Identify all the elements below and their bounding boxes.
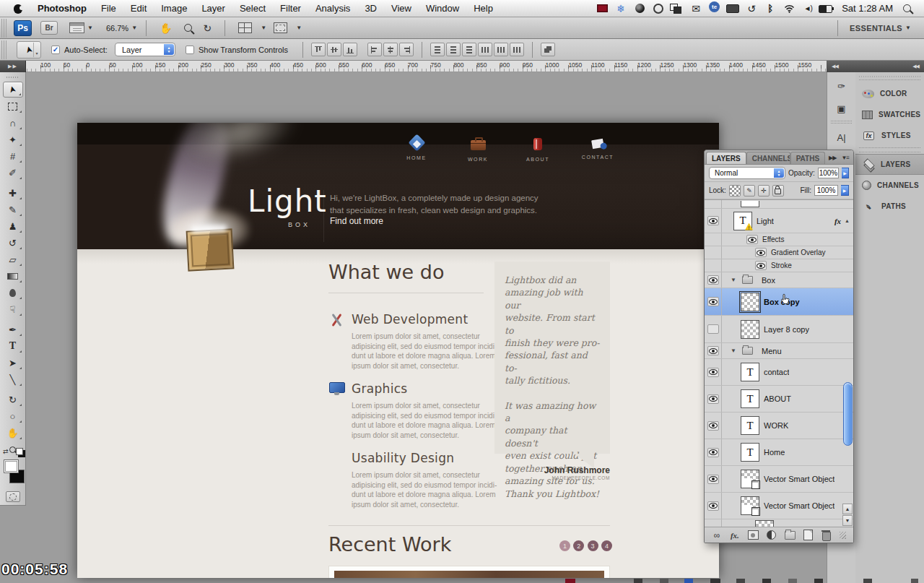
distribute-vertical-centers-button[interactable]	[446, 43, 461, 56]
lock-all-button[interactable]	[772, 185, 784, 197]
arrange-documents-icon[interactable]	[238, 22, 252, 33]
dock-app-icon[interactable]	[736, 579, 745, 583]
3d-orbit-tool[interactable]: ○	[3, 408, 23, 424]
quick-selection-tool[interactable]: ✦	[3, 131, 23, 147]
text-layer-thumbnail[interactable]: T	[741, 389, 759, 408]
distribute-left-edges-button[interactable]	[478, 43, 492, 56]
visibility-toggle[interactable]	[707, 216, 719, 225]
dock-app-icon[interactable]	[660, 579, 668, 583]
show-transform-controls-checkbox[interactable]	[186, 46, 194, 54]
menu-clock[interactable]: Sat 1:28 AM	[842, 3, 893, 14]
dock-app-icon[interactable]	[565, 579, 575, 583]
layer-row-gradient-overlay[interactable]: Gradient Overlay	[705, 246, 853, 259]
zoom-level[interactable]: 66.7%	[106, 24, 128, 33]
auto-select-checkbox[interactable]: ✓	[51, 46, 60, 54]
layer-row-vector-smart-object[interactable]: Vector Smart Object	[705, 493, 853, 519]
move-tool[interactable]: ➤	[3, 82, 23, 98]
smart-object-thumbnail[interactable]	[741, 470, 759, 488]
layer-fx-badge[interactable]: fx	[834, 217, 841, 225]
visibility-toggle[interactable]	[755, 248, 767, 257]
add-layer-mask-icon[interactable]	[748, 530, 759, 540]
collapse-strip-icon[interactable]: ◀◀	[832, 64, 838, 69]
visibility-toggle[interactable]	[707, 475, 719, 484]
type-tool[interactable]: T	[3, 338, 23, 354]
layer-style-icon[interactable]: fx.	[730, 530, 740, 540]
align-horizontal-centers-button[interactable]	[383, 43, 398, 56]
bluetooth-icon[interactable]: ᛒ	[762, 1, 779, 16]
dock-button-channels[interactable]: CHANNELS	[855, 175, 924, 196]
align-vertical-centers-button[interactable]	[327, 43, 341, 56]
disclosure-triangle[interactable]: ▼	[731, 277, 738, 283]
dock-button-styles[interactable]: STYLES	[855, 125, 924, 146]
dock-collapse-bar[interactable]: ◀◀ ◀◀	[827, 61, 924, 72]
layer-thumbnail[interactable]	[741, 293, 759, 311]
layer-row-work[interactable]: TWORK	[705, 413, 853, 439]
current-tool-well[interactable]: ➤ ▾	[17, 41, 41, 59]
visibility-toggle[interactable]	[707, 421, 719, 431]
distribute-bottom-edges-button[interactable]	[462, 43, 476, 56]
distribute-top-edges-button[interactable]	[430, 43, 445, 56]
default-colors-icon[interactable]	[16, 448, 23, 455]
align-left-edges-button[interactable]	[367, 43, 382, 56]
delete-layer-icon[interactable]	[821, 530, 832, 540]
scroll-down-button[interactable]: ▼	[842, 515, 853, 526]
dock-button-layers[interactable]: LAYERS	[855, 154, 924, 175]
dock-app-icon[interactable]	[788, 579, 797, 583]
link-layers-icon[interactable]: ∞	[712, 530, 722, 540]
menu-edit[interactable]: Edit	[123, 3, 154, 14]
battery-icon[interactable]	[818, 1, 835, 16]
hand-tool[interactable]: ✋	[3, 425, 23, 441]
time-machine-icon[interactable]: ↺	[743, 1, 760, 16]
collapse-dock-icon[interactable]: ◀◀	[912, 64, 919, 69]
layer-row-contact[interactable]: Tcontact	[705, 359, 853, 386]
menu-help[interactable]: Help	[466, 3, 500, 14]
layer-row-vector-smart-object[interactable]: Vector Smart Object	[705, 466, 853, 493]
layer-thumbnail[interactable]	[741, 320, 759, 339]
flurry-icon[interactable]: ❄	[612, 1, 629, 16]
clone-stamp-tool[interactable]: ♟	[3, 218, 23, 234]
menu-photoshop[interactable]: Photoshop	[30, 3, 94, 14]
view-extras-dropdown[interactable]: ▼	[87, 25, 93, 31]
text-layer-thumbnail[interactable]: T	[741, 363, 759, 381]
visibility-toggle[interactable]	[707, 394, 719, 404]
smart-object-thumbnail[interactable]	[741, 496, 759, 515]
tab-channels[interactable]: CHANNELS	[746, 152, 790, 164]
menu-filter[interactable]: Filter	[273, 3, 308, 14]
lock-image-pixels-button[interactable]: ✎	[744, 185, 755, 197]
3d-rotate-tool[interactable]: ↻	[3, 392, 23, 407]
layer-row-box[interactable]: ▼Box	[705, 272, 853, 288]
lasso-tool[interactable]: ∩	[3, 115, 23, 131]
rotate-view-icon[interactable]: ↻	[204, 22, 212, 34]
screen-mode-dropdown[interactable]: ▼	[296, 25, 302, 31]
arrange-documents-dropdown[interactable]: ▼	[261, 25, 266, 31]
text-layer-thumbnail[interactable]: T	[741, 416, 759, 435]
menu-window[interactable]: Window	[419, 3, 466, 14]
eraser-tool[interactable]: ▱	[3, 251, 23, 267]
auto-select-target-select[interactable]: Layer ▲▼	[115, 43, 175, 56]
dock-app-icon[interactable]	[634, 579, 642, 583]
zoom-level-dropdown[interactable]: ▼	[131, 25, 137, 31]
history-brush-tool[interactable]: ↺	[3, 235, 23, 251]
spotlight-icon[interactable]	[903, 2, 911, 15]
lock-transparent-pixels-button[interactable]	[729, 185, 741, 197]
visibility-toggle[interactable]	[755, 261, 767, 270]
fill-value[interactable]: 100%	[814, 185, 838, 196]
ring-icon[interactable]	[650, 1, 667, 16]
blur-tool[interactable]	[3, 285, 23, 301]
lock-position-button[interactable]: ✛	[758, 185, 770, 197]
swap-colors-icon[interactable]: ⇄	[3, 448, 9, 455]
distribute-horizontal-centers-button[interactable]	[494, 43, 508, 56]
menu-layer[interactable]: Layer	[194, 3, 232, 14]
dock-button-swatches[interactable]: SWATCHES	[855, 104, 924, 125]
panel-collapse-icon[interactable]: ▶▶	[829, 155, 836, 161]
toolbox-grip[interactable]	[6, 75, 19, 79]
auto-align-layers-button[interactable]	[541, 43, 555, 56]
text-layer-thumbnail[interactable]: T	[741, 443, 759, 462]
menu-image[interactable]: Image	[154, 3, 194, 14]
display-mirroring-icon[interactable]	[724, 1, 741, 16]
tab-layers[interactable]: LAYERS	[706, 152, 746, 164]
visibility-toggle[interactable]	[707, 448, 719, 457]
textexpander-icon[interactable]: te	[709, 1, 720, 12]
menu-select[interactable]: Select	[232, 3, 273, 14]
clone-source-panel-icon[interactable]: ▣	[832, 100, 851, 117]
